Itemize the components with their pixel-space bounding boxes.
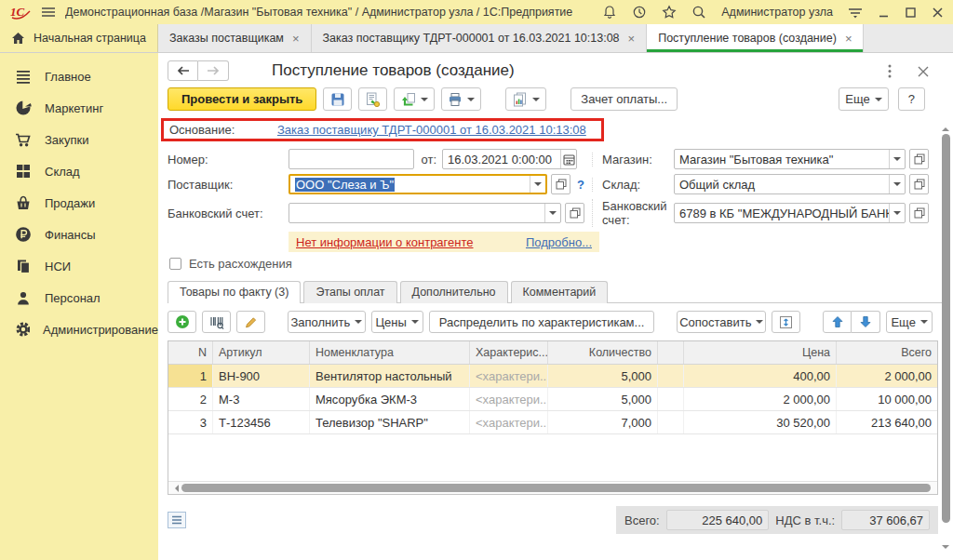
date-input[interactable]: 16.03.2021 0:00:00 [442,149,577,169]
open-supplier-button[interactable] [551,174,570,194]
expand-rows-button[interactable] [772,311,800,333]
open-store-button[interactable] [909,149,929,169]
supplier-select[interactable]: ООО "Слеза и Ъ" [289,174,547,194]
fill-button[interactable]: Заполнить [288,311,366,333]
details-link[interactable]: Подробно... [526,235,592,249]
close-window-icon[interactable] [932,7,944,19]
org-bank-account-select[interactable]: 6789 в КБ "МЕЖДУНАРОДНЫЙ БАНК РАЗ [674,203,906,223]
current-user[interactable]: Администратор узла [721,6,833,19]
sidebar-item-master-data[interactable]: НСИ [0,250,158,282]
distribute-by-characteristics-button[interactable]: Распределить по характеристикам... [429,311,655,333]
tab-close-icon[interactable]: × [845,33,852,45]
search-icon[interactable] [691,5,706,20]
tab-payment-stages[interactable]: Этапы оплат [303,281,396,303]
tab-goods-receipt[interactable]: Поступление товаров (создание) × [647,24,864,52]
goods-receipt-form: Поступление товаров (создание) Провести … [158,53,953,560]
dropdown-caret-icon[interactable] [889,204,905,222]
field-help-icon[interactable]: ? [577,178,584,192]
open-bank-account-button[interactable] [565,203,584,223]
forward-button[interactable] [198,60,229,81]
sidebar-item-purchases[interactable]: Закупки [0,124,158,155]
save-button[interactable] [323,87,352,111]
column-header-unit[interactable] [658,341,684,364]
close-form-icon[interactable] [918,66,929,77]
print-button[interactable] [441,87,481,111]
table-row[interactable]: 1 ВН-900 Вентилятор настольный <характер… [168,365,937,388]
scroll-down-arrow-icon[interactable] [942,545,949,553]
match-button[interactable]: Сопоставить [677,311,766,333]
tab-close-icon[interactable]: × [628,33,636,45]
calendar-icon[interactable] [560,150,576,168]
create-based-on-button[interactable] [394,87,435,111]
open-warehouse-button[interactable] [909,174,929,194]
sidebar-item-warehouse[interactable]: Склад [0,155,158,187]
maximize-icon[interactable] [905,7,917,19]
service-menu-icon[interactable] [848,7,863,19]
minimize-icon[interactable] [878,7,890,19]
column-header-quantity[interactable]: Количество [548,341,658,364]
tab-additional[interactable]: Дополнительно [400,281,508,303]
favorites-star-icon[interactable] [662,5,677,20]
sidebar-item-finance[interactable]: Финансы [0,219,158,250]
hamburger-menu-icon[interactable] [41,7,56,18]
cell-unit [658,388,684,410]
dropdown-caret-icon[interactable] [530,176,545,193]
table-row[interactable]: 3 Т-123456 Телевизор "SHARP" <характери.… [168,411,937,434]
vertical-scrollbar[interactable] [940,124,951,553]
tab-supplier-orders[interactable]: Заказы поставщикам × [158,24,312,52]
dropdown-caret-icon[interactable] [889,175,905,193]
history-icon[interactable] [632,5,647,20]
post-and-close-button[interactable]: Провести и закрыть [168,87,316,111]
add-row-button[interactable] [168,311,196,333]
status-list-icon[interactable] [168,512,186,528]
column-header-n[interactable]: N [168,341,213,364]
more-button[interactable]: Еще [839,87,888,111]
store-select[interactable]: Магазин "Бытовая техника" [674,149,906,169]
sidebar-item-administration[interactable]: Администрирование [0,313,158,345]
open-org-bank-account-button[interactable] [909,203,929,223]
kebab-menu-icon[interactable] [888,64,892,78]
dropdown-caret-icon[interactable] [889,150,905,168]
warehouse-select[interactable]: Общий склад [674,174,906,194]
tab-home[interactable]: Начальная страница [0,24,158,52]
sections-sidebar: Главное Маркетинг Закупки Склад Продажи … [0,53,158,560]
storage-grid-icon [15,164,32,179]
scroll-up-arrow-icon[interactable] [942,124,949,131]
discrepancy-checkbox[interactable] [169,258,181,270]
column-header-total[interactable]: Всего [837,341,937,364]
vertical-scrollbar-thumb[interactable] [942,134,950,523]
reports-button[interactable] [505,87,546,111]
dropdown-caret-icon[interactable] [544,204,560,222]
column-header-article[interactable]: Артикул [213,341,310,364]
no-counterparty-info-link[interactable]: Нет информации о контрагенте [296,235,474,249]
horizontal-scrollbar-thumb[interactable] [181,484,931,492]
tab-close-icon[interactable]: × [292,33,300,45]
column-header-nomenclature[interactable]: Номенклатура [310,341,470,364]
sidebar-item-sales[interactable]: Продажи [0,187,158,219]
number-input[interactable] [289,149,414,169]
move-row-up-button[interactable] [823,311,852,333]
column-header-characteristic[interactable]: Характерис... [470,341,548,364]
edit-row-button[interactable] [236,311,265,333]
payment-offset-button[interactable]: Зачет оплаты... [570,87,678,111]
barcode-scan-button[interactable] [202,311,231,333]
back-button[interactable] [168,60,198,81]
horizontal-scrollbar[interactable] [168,481,937,494]
tab-supplier-order-document[interactable]: Заказ поставщику ТДРТ-000001 от 16.03.20… [312,24,648,52]
table-more-button[interactable]: Еще [886,311,933,333]
scroll-left-arrow-icon[interactable] [171,485,179,492]
sidebar-item-personnel[interactable]: Персонал [0,282,158,313]
move-row-down-button[interactable] [852,311,880,333]
sidebar-item-main[interactable]: Главное [0,60,158,92]
table-row[interactable]: 2 М-3 Мясорубка ЭКМ-3 <характери... 5,00… [168,388,937,411]
bank-account-select[interactable] [289,203,561,223]
notifications-bell-icon[interactable] [602,5,617,20]
basis-document-link[interactable]: Заказ поставщику ТДРТ-000001 от 16.03.20… [277,123,586,137]
sidebar-item-marketing[interactable]: Маркетинг [0,92,158,124]
post-document-button[interactable] [358,87,387,111]
prices-button[interactable]: Цены [371,311,423,333]
help-button[interactable]: ? [898,87,925,111]
column-header-price[interactable]: Цена [684,341,837,364]
tab-comment[interactable]: Комментарий [511,281,609,303]
tab-goods-by-fact[interactable]: Товары по факту (3) [168,281,301,303]
